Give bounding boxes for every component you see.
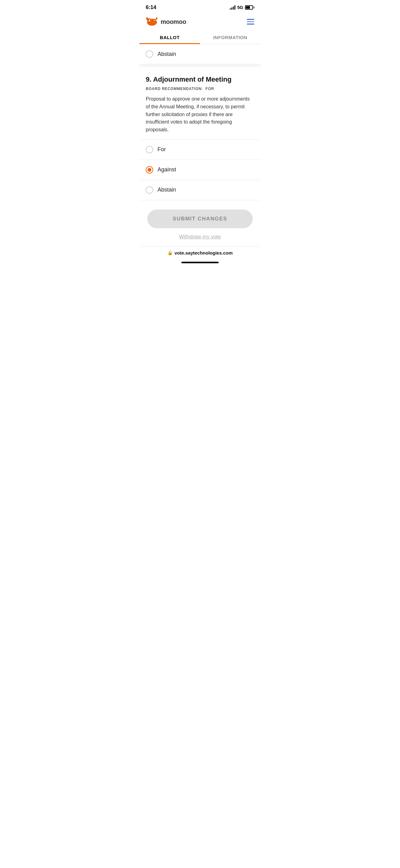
network-type: 5G (237, 5, 243, 10)
top-abstain-label: Abstain (158, 51, 176, 57)
url-bar: 🔒 vote.saytechnologies.com (139, 246, 261, 259)
hamburger-menu-icon[interactable] (247, 19, 254, 25)
menu-line-3 (247, 24, 254, 25)
for-radio[interactable] (146, 146, 153, 153)
section-9-description: Proposal to approve one or more adjournm… (146, 95, 254, 134)
svg-point-6 (154, 20, 155, 20)
abstain-radio[interactable] (146, 186, 153, 194)
svg-point-5 (148, 20, 149, 21)
against-label: Against (158, 166, 176, 173)
menu-line-2 (247, 22, 254, 22)
tab-information[interactable]: INFORMATION (200, 30, 261, 44)
section-divider (139, 64, 261, 67)
battery-icon (245, 5, 254, 10)
header: moomoo (139, 13, 261, 30)
board-recommendation-prefix: BOARD RECOMMENDATION: (146, 87, 203, 91)
withdraw-vote-button[interactable]: Withdraw my vote (179, 234, 221, 240)
status-time: 6:14 (146, 4, 156, 10)
option-against[interactable]: Against (139, 160, 261, 180)
lock-icon: 🔒 (167, 250, 173, 255)
home-indicator (139, 259, 261, 265)
content-area: Abstain 9. Adjournment of Meeting BOARD … (139, 44, 261, 200)
bottom-actions: SUBMIT CHANGES Withdraw my vote (139, 200, 261, 246)
status-right: 5G (230, 5, 254, 10)
section-9-title: 9. Adjournment of Meeting (146, 75, 254, 84)
for-label: For (158, 146, 166, 153)
signal-bars-icon (230, 5, 235, 10)
top-abstain-radio[interactable] (146, 50, 153, 58)
against-radio-fill (147, 168, 151, 172)
home-bar (181, 262, 219, 263)
section-9: 9. Adjournment of Meeting BOARD RECOMMEN… (139, 67, 261, 140)
board-recommendation: BOARD RECOMMENDATION: FOR (146, 87, 254, 91)
status-bar: 6:14 5G (139, 0, 261, 13)
menu-line-1 (247, 19, 254, 20)
tab-ballot[interactable]: BALLOT (139, 30, 200, 44)
tab-bar: BALLOT INFORMATION (139, 30, 261, 44)
top-abstain-option[interactable]: Abstain (139, 44, 261, 64)
logo: moomoo (146, 17, 186, 27)
logo-icon (146, 17, 158, 27)
against-radio[interactable] (146, 166, 153, 174)
abstain-label: Abstain (158, 187, 176, 193)
url-text: vote.saytechnologies.com (174, 250, 233, 255)
logo-text: moomoo (161, 18, 186, 26)
option-abstain[interactable]: Abstain (139, 180, 261, 200)
option-for[interactable]: For (139, 140, 261, 160)
submit-changes-button[interactable]: SUBMIT CHANGES (147, 210, 253, 228)
board-recommendation-value: FOR (206, 87, 214, 91)
